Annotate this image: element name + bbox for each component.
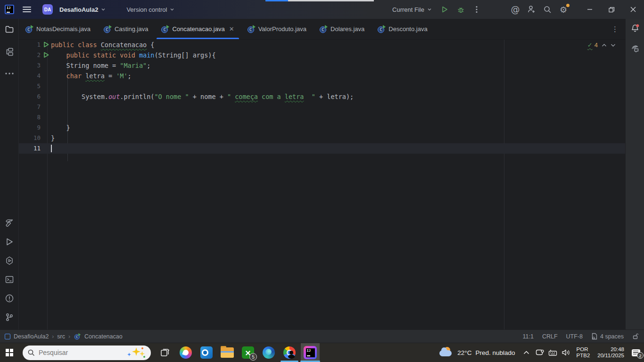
readonly-toggle[interactable] [632, 333, 639, 340]
edge-icon [263, 346, 275, 359]
main-menu-button[interactable] [23, 7, 31, 12]
tab-label: Casting.java [115, 25, 149, 33]
weather-widget[interactable]: 22°C Pred. nublado [435, 347, 520, 358]
indent-widget[interactable]: 4 spaces [591, 333, 624, 340]
restore-button[interactable] [601, 0, 622, 19]
code-line-11[interactable]: 11 [19, 143, 625, 154]
next-problem-chevron-icon[interactable] [611, 43, 616, 47]
tab-desconto-java[interactable]: CDesconto.java [371, 19, 434, 39]
code-text: char letra = 'M'; [51, 71, 132, 81]
taskbar-app-chrome[interactable] [280, 343, 299, 362]
taskbar-search[interactable] [23, 346, 151, 360]
ai-chat-radar-icon [630, 43, 640, 53]
tray-cast-button[interactable] [534, 343, 545, 362]
more-tool-windows-button[interactable] [3, 67, 16, 80]
unlock-icon [632, 333, 639, 340]
search-input[interactable] [39, 349, 100, 356]
clock-date: 20/11/2025 [597, 353, 624, 359]
vcs-widget[interactable]: Version control [122, 2, 179, 16]
code-line-4[interactable]: 4 char letra = 'M'; [19, 71, 625, 81]
tab-label: ValorProduto.java [258, 25, 306, 33]
tab-notasdecimais-java[interactable]: CNotasDecimais.java [19, 19, 97, 39]
code-line-9[interactable]: 9 } [19, 123, 625, 133]
taskbar-app-file-explorer[interactable] [218, 343, 237, 362]
breadcrumb-class[interactable]: Concatenacao [84, 333, 123, 340]
encoding-widget[interactable]: UTF-8 [566, 333, 583, 340]
windows-taskbar: ⨯ 5 IJ 22°C Pred. nublado [0, 343, 644, 362]
structure-tool-window-button[interactable] [3, 45, 16, 58]
code-editor[interactable]: 1public class Concatenacao {2 public sta… [19, 40, 625, 329]
project-widget[interactable]: DA DesafioAula2 [38, 2, 110, 16]
outlook-icon [200, 346, 213, 359]
vcs-label: Version control [126, 6, 167, 13]
task-view-button[interactable] [156, 343, 174, 362]
debug-button[interactable] [453, 2, 469, 16]
taskbar-app-edge[interactable] [259, 343, 278, 362]
line-number: 8 [19, 112, 41, 123]
taskbar-app-intellij[interactable]: IJ [301, 343, 320, 362]
version-control-tool-window-button[interactable] [3, 311, 16, 324]
tray-overflow-button[interactable] [521, 343, 532, 362]
weather-condition: Pred. nublado [475, 349, 515, 356]
inspection-count: 4 [594, 41, 598, 49]
tab-dolares-java[interactable]: CDolares.java [313, 19, 371, 39]
connect-device-icon [536, 349, 544, 356]
ai-assistant-button[interactable]: @ [507, 2, 523, 16]
notifications-button[interactable] [628, 22, 642, 35]
clock-widget[interactable]: 20:48 20/11/2025 [594, 346, 628, 359]
taskbar-app-xbox[interactable]: ⨯ 5 [239, 343, 257, 362]
settings-button[interactable]: ⚙ [555, 2, 571, 16]
gutter-run-icon[interactable] [43, 41, 49, 48]
prev-problem-chevron-icon[interactable] [602, 43, 607, 47]
breadcrumb[interactable]: DesafioAula2 › src › C Concatenacao [5, 333, 123, 340]
code-line-5[interactable]: 5 [19, 81, 625, 91]
tray-volume-button[interactable] [561, 343, 572, 362]
module-icon [5, 334, 10, 339]
code-with-me-button[interactable] [523, 2, 539, 16]
tab-concatenacao-java[interactable]: CConcatenacao.java✕ [155, 19, 240, 39]
terminal-tool-window-button[interactable] [3, 273, 16, 286]
code-line-2[interactable]: 2 public static void main(String[] args)… [19, 50, 625, 60]
notification-center-button[interactable]: 2 [628, 343, 644, 362]
ai-assistant-tool-window-button[interactable] [628, 41, 642, 55]
taskbar-app-copilot[interactable] [176, 343, 195, 362]
taskbar-app-outlook[interactable] [197, 343, 216, 362]
code-line-1[interactable]: 1public class Concatenacao { [19, 40, 625, 50]
code-line-3[interactable]: 3 String nome = "Maria"; [19, 60, 625, 71]
problems-tool-window-button[interactable] [3, 292, 16, 305]
start-button[interactable] [0, 343, 19, 362]
tray-touch-keyboard-button[interactable] [547, 343, 559, 362]
close-button[interactable] [622, 0, 644, 19]
run-icon [5, 237, 14, 247]
run-configuration-selector[interactable]: Current File [388, 2, 437, 16]
breadcrumb-project[interactable]: DesafioAula2 [14, 333, 49, 340]
language-indicator[interactable]: POR PTB2 [573, 346, 594, 359]
code-line-10[interactable]: 10} [19, 133, 625, 143]
line-separator-widget[interactable]: CRLF [542, 333, 558, 340]
search-everywhere-button[interactable] [539, 2, 555, 16]
code-line-6[interactable]: 6 System.out.println("O nome " + nome + … [19, 91, 625, 102]
run-button[interactable] [437, 2, 453, 16]
project-tool-window-button[interactable] [3, 23, 16, 36]
notification-count-badge: 2 [637, 352, 644, 359]
caret-position-widget[interactable]: 11:1 [522, 333, 533, 340]
services-tool-window-button[interactable] [3, 254, 16, 267]
tab-valorproduto-java[interactable]: CValorProduto.java [241, 19, 313, 39]
more-actions-button[interactable] [469, 2, 485, 16]
code-line-8[interactable]: 8 [19, 112, 625, 123]
minimize-button[interactable] [579, 0, 601, 19]
breadcrumb-src[interactable]: src [57, 333, 65, 340]
right-tool-window-bar [625, 19, 644, 329]
tab-overflow-menu[interactable]: ⋮ [611, 19, 625, 39]
tab-casting-java[interactable]: CCasting.java [97, 19, 155, 39]
code-line-7[interactable]: 7 [19, 102, 625, 112]
gutter-run-icon[interactable] [43, 52, 49, 58]
build-tool-window-button[interactable] [3, 216, 16, 230]
debug-bug-icon [457, 6, 465, 14]
line-number: 11 [19, 143, 41, 154]
run-tool-window-button[interactable] [3, 235, 16, 248]
intellij-icon: IJ [304, 346, 317, 359]
inspections-widget[interactable]: ✓4 [587, 41, 616, 49]
tab-close-icon[interactable]: ✕ [229, 25, 234, 33]
weather-cloud-moon-icon [439, 347, 454, 358]
